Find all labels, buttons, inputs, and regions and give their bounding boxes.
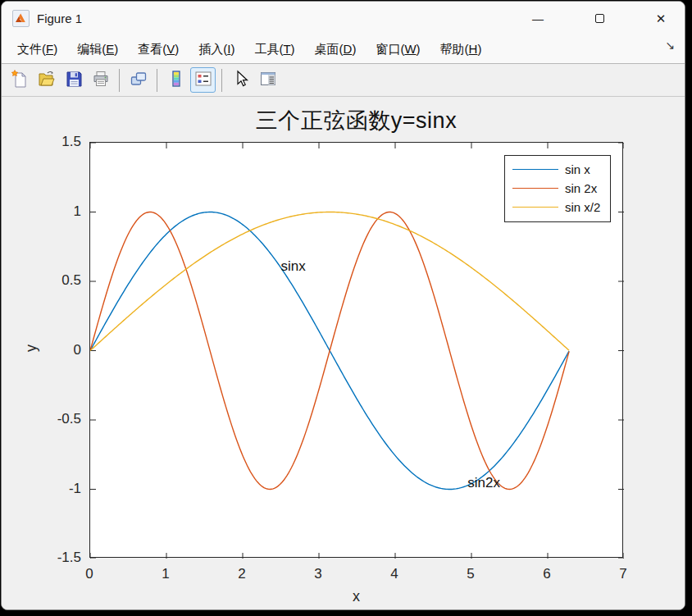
plot-annotation-sinx: sinx: [281, 258, 306, 275]
menu-item-i[interactable]: 插入(I): [191, 39, 242, 60]
save-figure-button[interactable]: [61, 67, 86, 93]
y-tick-label: 1: [29, 203, 81, 220]
menu-item-t[interactable]: 工具(T): [247, 39, 302, 60]
menu-item-e[interactable]: 编辑(E): [70, 39, 125, 60]
toolbar: [2, 64, 685, 97]
plot-annotation-sin2x: sin2x: [467, 475, 500, 491]
toolbar-separator: [221, 69, 222, 92]
legend-label: sin x/2: [565, 200, 600, 214]
y-tick-label: 0.5: [29, 272, 81, 289]
menu-item-v[interactable]: 查看(V): [130, 39, 186, 60]
dock-arrow-icon[interactable]: ↘: [665, 39, 675, 52]
legend-entry: sin 2x: [505, 179, 610, 198]
legend-label: sin x: [565, 162, 590, 176]
legend-line-sample: [512, 207, 558, 208]
property-inspector-icon: [259, 70, 277, 91]
edit-plot-icon: [232, 70, 250, 91]
series-curve-sin-2x: [90, 212, 569, 490]
open-file-icon: [38, 70, 56, 91]
toolbar-separator: [157, 69, 157, 92]
edit-plot-button[interactable]: [228, 67, 253, 93]
plot-area[interactable]: sin xsin 2xsin x/2 sinxsin2x: [89, 142, 623, 558]
insert-colorbar-icon: [167, 70, 185, 91]
y-tick-label: -1: [29, 481, 81, 497]
open-file-button[interactable]: [34, 67, 59, 93]
x-tick-label: 5: [453, 566, 489, 582]
legend-line-sample: [512, 169, 558, 170]
new-figure-button[interactable]: [7, 67, 32, 93]
x-axis-label: x: [89, 588, 623, 605]
x-tick-label: 0: [71, 566, 107, 582]
legend-entry: sin x/2: [505, 198, 610, 217]
plot-title: 三个正弦函数y=sinx: [89, 106, 623, 135]
legend-entry: sin x: [505, 160, 610, 179]
insert-legend-icon: [194, 70, 212, 91]
minimize-button[interactable]: —: [519, 2, 557, 35]
menu-item-f[interactable]: 文件(F): [10, 39, 65, 60]
maximize-icon: [595, 14, 604, 23]
menu-item-h[interactable]: 帮助(H): [433, 39, 489, 60]
x-tick-label: 2: [224, 566, 260, 582]
print-figure-button[interactable]: [88, 67, 113, 93]
close-button[interactable]: ✕: [642, 2, 680, 35]
menu-item-w[interactable]: 窗口(W): [368, 39, 427, 60]
menu-items: 文件(F)编辑(E)查看(V)插入(I)工具(T)桌面(D)窗口(W)帮助(H): [10, 39, 494, 60]
y-tick-label: -0.5: [29, 411, 81, 427]
legend-rows: sin xsin 2xsin x/2: [505, 160, 610, 217]
x-tick-label: 4: [376, 566, 412, 582]
figure-canvas: 三个正弦函数y=sinx sin xsin 2xsin x/2 sinxsin2…: [2, 98, 685, 609]
menu-item-d[interactable]: 桌面(D): [307, 39, 364, 60]
window-controls: — ✕: [495, 2, 685, 35]
link-plot-icon: [130, 70, 148, 91]
new-figure-icon: [11, 70, 29, 91]
figure-window: Figure 1 — ✕ 文件(F)编辑(E)查看(V)插入(I)工具(T)桌面…: [1, 1, 685, 610]
x-tick-label: 7: [605, 566, 641, 582]
legend-box[interactable]: sin xsin 2xsin x/2: [504, 155, 611, 222]
legend-line-sample: [512, 188, 558, 189]
property-inspector-button[interactable]: [255, 67, 280, 93]
maximize-button[interactable]: [580, 2, 618, 35]
y-axis-label: y: [23, 345, 40, 352]
toolbar-separator: [119, 69, 120, 92]
window-title: Figure 1: [37, 11, 82, 25]
insert-legend-button[interactable]: [190, 67, 216, 93]
legend-label: sin 2x: [565, 181, 597, 195]
menu-bar: 文件(F)编辑(E)查看(V)插入(I)工具(T)桌面(D)窗口(W)帮助(H)…: [2, 35, 685, 64]
y-tick-label: -1.5: [29, 550, 81, 566]
x-tick-label: 3: [300, 566, 336, 582]
print-figure-icon: [92, 70, 110, 91]
series-curve-sin-x-2: [90, 212, 569, 351]
x-tick-label: 6: [529, 566, 565, 582]
title-bar: Figure 1 — ✕: [2, 2, 685, 35]
y-tick-label: 1.5: [29, 134, 81, 150]
save-figure-icon: [65, 70, 83, 91]
insert-colorbar-button[interactable]: [163, 67, 189, 93]
matlab-logo-icon: [12, 10, 30, 27]
x-tick-label: 1: [148, 566, 184, 582]
link-plot-button[interactable]: [125, 67, 151, 93]
